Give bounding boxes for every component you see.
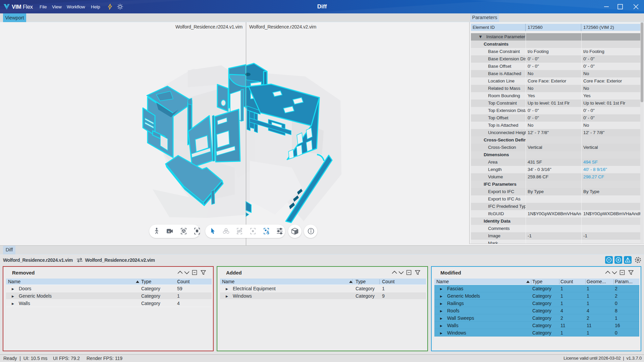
svg-text:A: A <box>168 230 170 233</box>
svg-text:A: A <box>266 230 269 235</box>
